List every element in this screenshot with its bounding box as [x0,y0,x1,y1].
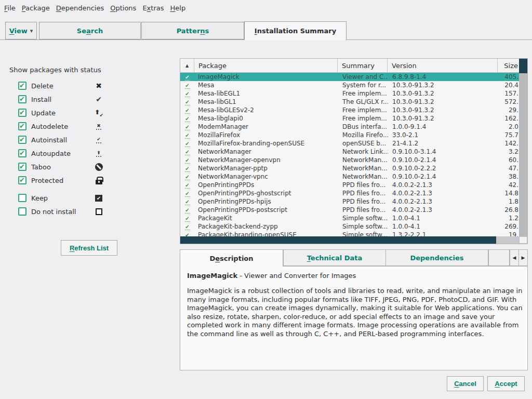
table-row[interactable]: ✔ Mesa System for r... 10.3.0-91.3.2 20.… [180,81,519,89]
check-icon: ✔ [19,122,25,130]
table-row[interactable]: ✔ OpenPrintingPPDs-ghostscript PPD files… [180,189,519,197]
status-filter-autodelete[interactable]: ✔ Autodelete ✖ [18,119,103,133]
tab-technical-data[interactable]: Technical Data [283,249,386,266]
cell-summary: PPD files fro... [338,197,388,206]
cell-package: NetworkManager-openvpn [194,156,338,164]
table-row[interactable]: ✔ ImageMagick Viewer and C... 6.8.9.8-1.… [180,73,519,81]
cell-size: 1.2 [498,214,519,222]
checkbox-keep[interactable] [18,194,26,202]
checkbox-taboo[interactable]: ✔ [18,163,26,171]
tab-scroll-right-button[interactable]: ▶ [518,249,528,266]
cancel-button[interactable]: Cancel [447,376,484,391]
view-dropdown-button[interactable]: View ▾ [5,22,37,39]
status-filter-install[interactable]: ✔ Install ✔ [18,92,103,106]
column-header-summary[interactable]: Summary [338,59,388,72]
menu-item[interactable]: Help [170,4,186,15]
cell-summary: The GL/GLX r... [338,98,388,106]
table-row[interactable]: ✔ NetworkManager Network Link... 0.9.10.… [180,148,519,156]
column-header-size[interactable]: Size [498,59,519,72]
table-row[interactable]: ✔ MozillaFirefox Mozilla Firefo... 33.0-… [180,131,519,139]
tab-dependencies[interactable]: Dependencies [385,249,488,266]
checkbox-do-not-install[interactable] [18,207,26,216]
menu-item[interactable]: Options [110,4,136,15]
sort-column-header[interactable]: ▲ [180,59,194,72]
column-header-version[interactable]: Version [388,59,498,72]
checkbox-autoupdate[interactable]: ✔ [18,149,26,157]
table-row[interactable]: ✔ NetworkManager-openvpn NetworkMan... 0… [180,156,519,164]
package-description: ImageMagick is a robust collection of to… [187,287,524,338]
package-status-icon: ✔ [180,106,194,114]
cell-size: 20.4 [498,81,519,89]
table-row[interactable]: ✔ PackageKit Simple softw... 1.0.0-4.1 1… [180,214,519,222]
cell-size: 38. [498,172,519,181]
cell-size: 405. [498,73,519,81]
table-row[interactable]: ✔ Mesa-libGL1 The GL/GLX r... 10.3.0-91.… [180,98,519,106]
status-filter-do-not-install[interactable]: Do not install [18,205,103,218]
menu-item[interactable]: Extras [142,4,164,15]
cell-summary: NetworkMan... [338,156,388,164]
checkbox-autodelete[interactable]: ✔ [18,122,26,130]
status-filter-taboo[interactable]: ✔ Taboo [18,160,103,174]
cell-summary: System for r... [338,81,388,89]
tab-description[interactable]: Description [180,249,283,267]
accept-button[interactable]: Accept [487,376,525,391]
table-row[interactable]: ✔ MozillaFirefox-branding-openSUSE openS… [180,139,519,148]
table-row[interactable]: ✔ OpenPrintingPPDs PPD files fro... 4.0.… [180,181,519,189]
cell-summary: Free implem... [338,89,388,98]
check-icon: ✔ [19,163,25,171]
table-row[interactable]: ✔ NetworkManager-pptp NetworkMan... 0.9.… [180,164,519,172]
table-row[interactable]: ✔ PackageKit-backend-zypp Simple softw..… [180,222,519,231]
table-row[interactable]: ✔ Mesa-libGLESv2-2 Free implem... 10.3.0… [180,106,519,114]
checkbox-delete[interactable]: ✔ [18,82,26,90]
detail-area: Description Technical Data Dependencies … [180,249,528,370]
detail-tabbar-filler [488,249,510,266]
refresh-list-button[interactable]: Refresh List [61,240,117,256]
cell-version: 0.9.10.0-2.1.4 [388,172,498,181]
package-heading: ImageMagick - Viewer and Converter for I… [187,272,521,280]
tab-scroll-left-button[interactable]: ◀ [510,249,519,266]
vertical-scrollbar[interactable] [519,59,527,236]
cell-summary: Network Link... [338,148,388,156]
cell-version: 4.0.0.2-2.1.3 [388,206,498,214]
checkbox-update[interactable]: ✔ [18,109,26,117]
status-filter-list: ✔ Delete ✖ ✔ Install ✔ ✔ Update ⬆✔ ✔ Aut… [18,79,103,218]
cell-size: 42. [498,181,519,189]
cell-version: 10.3.0-91.3.2 [388,81,498,89]
package-manager-window: { "icons": { "check": "✔", "cross": "✖",… [0,0,532,399]
cell-summary: Viewer and C... [338,73,388,81]
cell-package: OpenPrintingPPDs [194,181,338,189]
table-row[interactable]: ✔ NetworkManager-vpnc NetworkMan... 0.9.… [180,172,519,181]
table-row[interactable]: ✔ ModemManager DBus interfa... 1.0.0-9.1… [180,123,519,131]
cell-summary: NetworkMan... [338,172,388,181]
cell-version: 4.0.0.2-2.1.3 [388,181,498,189]
status-filter-update[interactable]: ✔ Update ⬆✔ [18,106,103,119]
cell-size: 1.8 [498,197,519,206]
cell-package: PackageKit [194,214,338,222]
menu-item[interactable]: Package [22,4,50,15]
checkbox-autoinstall[interactable]: ✔ [18,136,26,144]
horizontal-scrollbar-thumb[interactable] [180,236,496,244]
status-filter-keep[interactable]: Keep ✔ [18,191,103,205]
package-status-icon: ✔ [180,73,194,81]
tab-search[interactable]: Search [39,22,141,39]
column-header-package[interactable]: Package [194,59,338,72]
tab-patterns[interactable]: Patterns [141,22,244,39]
status-filter-delete[interactable]: ✔ Delete ✖ [18,79,103,92]
menu-item[interactable]: Dependencies [56,4,104,15]
status-filter-autoinstall[interactable]: ✔ Autoinstall ✔ [18,133,103,147]
vertical-scrollbar-thumb[interactable] [519,59,527,73]
table-row[interactable]: ✔ OpenPrintingPPDs-postscript PPD files … [180,206,519,214]
table-row[interactable]: ✔ Mesa-libEGL1 Free implem... 10.3.0-91.… [180,89,519,98]
status-filter-protected[interactable]: ✔ Protected [18,174,103,187]
status-filter-autoupdate[interactable]: ✔ Autoupdate ⬆ [18,147,103,160]
tab-installation-summary[interactable]: Installation Summary [244,21,347,40]
table-row[interactable]: ✔ OpenPrintingPPDs-hpijs PPD files fro..… [180,197,519,206]
menu-item[interactable]: File [4,4,16,15]
cell-version: 6.8.9.8-1.4 [388,73,498,81]
horizontal-scrollbar[interactable] [180,236,519,244]
checkbox-install[interactable]: ✔ [18,95,26,103]
checkbox-protected[interactable]: ✔ [18,176,26,184]
package-status-icon: ✔ [180,98,194,106]
table-row[interactable]: ✔ Mesa-libglapi0 Free implem... 10.3.0-9… [180,114,519,123]
cell-summary: DBus interfa... [338,123,388,131]
